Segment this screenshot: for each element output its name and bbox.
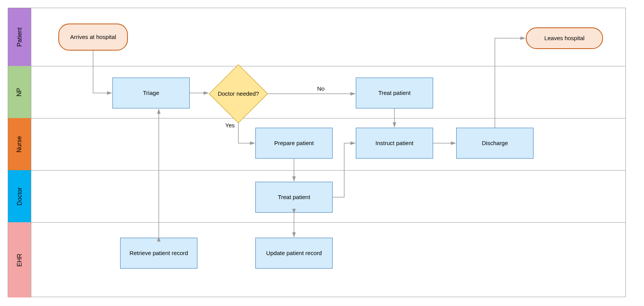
node-label: Discharge [482, 139, 508, 147]
lane-separator [31, 118, 625, 118]
node-label: Update patient record [266, 249, 322, 257]
lane-text-nurse: Nurse [16, 136, 23, 152]
swimlane-diagram: Patient NP Nurse Doctor EHR Arrives at h… [8, 8, 626, 297]
node-label: Leaves hospital [544, 34, 585, 42]
lane-label-doctor: Doctor [8, 170, 31, 222]
node-prepare-patient: Prepare patient [255, 128, 333, 159]
lane-label-patient: Patient [8, 8, 31, 66]
node-arrives-at-hospital: Arrives at hospital [58, 24, 128, 51]
node-label: Prepare patient [274, 139, 314, 147]
lane-label-np: NP [8, 66, 31, 118]
node-doctor-treat-patient: Treat patient [255, 182, 333, 213]
lane-text-ehr: EHR [16, 254, 23, 267]
node-update-patient-record: Update patient record [255, 238, 333, 269]
node-label: Instruct patient [376, 139, 413, 147]
node-triage: Triage [112, 78, 190, 108]
lane-text-patient: Patient [16, 27, 23, 47]
node-label: Treat patient [278, 193, 310, 201]
node-label: Retrieve patient record [129, 249, 188, 257]
node-label: Arrives at hospital [70, 33, 116, 41]
node-label: Treat patient [378, 89, 411, 97]
lane-separator [31, 170, 625, 171]
lane-text-doctor: Doctor [16, 187, 23, 205]
node-np-treat-patient: Treat patient [356, 78, 433, 108]
node-label: Doctor needed? [218, 90, 259, 98]
node-doctor-needed: Doctor needed? [217, 73, 259, 115]
node-retrieve-patient-record: Retrieve patient record [120, 238, 197, 269]
lane-separator [31, 66, 625, 66]
lane-label-ehr: EHR [8, 222, 31, 298]
lane-text-np: NP [16, 88, 23, 96]
lane-separator [31, 222, 625, 223]
node-leaves-hospital: Leaves hospital [526, 27, 603, 49]
node-instruct-patient: Instruct patient [356, 128, 433, 159]
node-label: Triage [143, 89, 159, 97]
lane-label-nurse: Nurse [8, 118, 31, 170]
edge-label-no: No [317, 85, 325, 92]
node-discharge: Discharge [456, 128, 534, 159]
edge-label-yes: Yes [225, 122, 234, 128]
